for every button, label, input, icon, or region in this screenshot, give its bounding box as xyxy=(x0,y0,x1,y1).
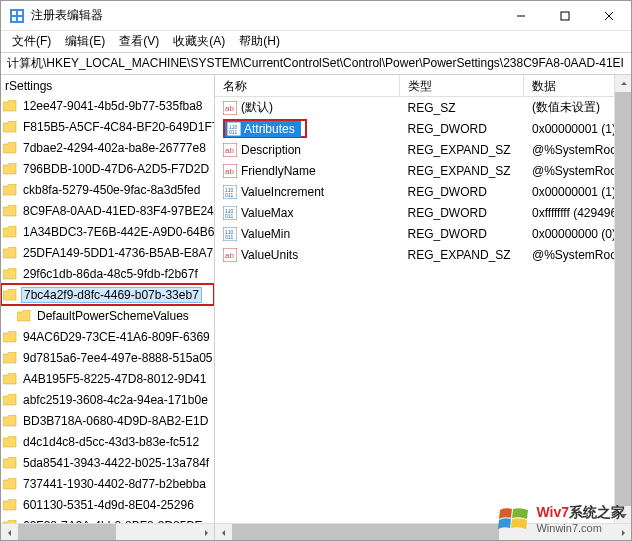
scroll-up-icon[interactable] xyxy=(615,75,631,92)
tree-header: rSettings xyxy=(1,75,214,95)
tree-item[interactable]: 5da8541-3943-4422-b025-13a784f xyxy=(1,452,214,473)
tree-item[interactable]: 737441-1930-4402-8d77-b2bebba xyxy=(1,473,214,494)
minimize-button[interactable] xyxy=(499,1,543,31)
column-type[interactable]: 类型 xyxy=(400,75,524,96)
svg-rect-2 xyxy=(18,11,22,15)
menubar: 文件(F) 编辑(E) 查看(V) 收藏夹(A) 帮助(H) xyxy=(1,31,631,53)
tree-item[interactable]: 601130-5351-4d9d-8E04-25296 xyxy=(1,494,214,515)
list-body[interactable]: ab(默认)REG_SZ(数值未设置)110011AttributesREG_D… xyxy=(215,97,631,265)
tree-item[interactable]: 25DFA149-5DD1-4736-B5AB-E8A7 xyxy=(1,242,214,263)
tree-item-label: 8C9FA8-0AAD-41ED-83F4-97BE24 xyxy=(21,204,214,218)
menu-favorites[interactable]: 收藏夹(A) xyxy=(166,31,232,52)
tree-item[interactable]: 8C9FA8-0AAD-41ED-83F4-97BE24 xyxy=(1,200,214,221)
list-row[interactable]: abDescriptionREG_EXPAND_SZ@%SystemRoot%\ xyxy=(215,139,631,160)
scroll-right-icon[interactable] xyxy=(197,524,214,540)
address-bar[interactable]: 计算机\HKEY_LOCAL_MACHINE\SYSTEM\CurrentCon… xyxy=(1,53,631,75)
tree[interactable]: 12ee47-9041-4b5d-9b77-535fba8F815B5-A5CF… xyxy=(1,95,214,540)
tree-item[interactable]: F815B5-A5CF-4C84-BF20-649D1F7 xyxy=(1,116,214,137)
value-type: REG_EXPAND_SZ xyxy=(400,164,524,178)
maximize-button[interactable] xyxy=(543,1,587,31)
svg-rect-1 xyxy=(12,11,16,15)
tree-item[interactable]: 12ee47-9041-4b5d-9b77-535fba8 xyxy=(1,95,214,116)
value-name: Attributes xyxy=(244,122,295,136)
menu-view[interactable]: 查看(V) xyxy=(112,31,166,52)
menu-edit[interactable]: 编辑(E) xyxy=(58,31,112,52)
scroll-left-icon[interactable] xyxy=(1,524,18,540)
list-row[interactable]: abValueUnitsREG_EXPAND_SZ@%SystemRoot%\ xyxy=(215,244,631,265)
list-scrollbar-vertical[interactable] xyxy=(614,75,631,523)
value-type: REG_DWORD xyxy=(400,185,524,199)
value-name: Description xyxy=(241,143,301,157)
svg-text:ab: ab xyxy=(225,146,234,155)
tree-scrollbar-horizontal[interactable] xyxy=(1,523,214,540)
tree-item[interactable]: 9d7815a6-7ee4-497e-8888-515a05 xyxy=(1,347,214,368)
scroll-left-icon[interactable] xyxy=(215,524,232,540)
tree-item-label: 796BDB-100D-47D6-A2D5-F7D2D xyxy=(21,162,211,176)
svg-marker-34 xyxy=(622,530,625,536)
tree-item[interactable]: d4c1d4c8-d5cc-43d3-b83e-fc512 xyxy=(1,431,214,452)
tree-item-label: 7bc4a2f9-d8fc-4469-b07b-33eb7 xyxy=(21,287,202,303)
menu-help[interactable]: 帮助(H) xyxy=(232,31,287,52)
tree-item-label: DefaultPowerSchemeValues xyxy=(35,309,191,323)
list-row[interactable]: abFriendlyNameREG_EXPAND_SZ@%SystemRoot%… xyxy=(215,160,631,181)
list-pane: 名称 类型 数据 ab(默认)REG_SZ(数值未设置)110011Attrib… xyxy=(215,75,631,540)
svg-marker-33 xyxy=(222,530,225,536)
tree-item-label: 737441-1930-4402-8d77-b2bebba xyxy=(21,477,208,491)
svg-text:011: 011 xyxy=(229,129,238,135)
value-type: REG_DWORD xyxy=(400,122,524,136)
tree-item[interactable]: 29f6c1db-86da-48c5-9fdb-f2b67f xyxy=(1,263,214,284)
list-header: 名称 类型 数据 xyxy=(215,75,631,97)
svg-marker-9 xyxy=(8,530,11,536)
value-name: ValueMin xyxy=(241,227,290,241)
value-name: FriendlyName xyxy=(241,164,316,178)
tree-item[interactable]: ckb8fa-5279-450e-9fac-8a3d5fed xyxy=(1,179,214,200)
tree-item-label: ckb8fa-5279-450e-9fac-8a3d5fed xyxy=(21,183,202,197)
tree-item[interactable]: 94AC6D29-73CE-41A6-809F-6369 xyxy=(1,326,214,347)
scroll-down-icon[interactable] xyxy=(615,506,631,523)
tree-item[interactable]: 796BDB-100D-47D6-A2D5-F7D2D xyxy=(1,158,214,179)
tree-item-label: 9d7815a6-7ee4-497e-8888-515a05 xyxy=(21,351,214,365)
tree-pane: rSettings 12ee47-9041-4b5d-9b77-535fba8F… xyxy=(1,75,215,540)
value-type: REG_SZ xyxy=(400,101,524,115)
svg-text:ab: ab xyxy=(225,167,234,176)
tree-item-label: BD3B718A-0680-4D9D-8AB2-E1D xyxy=(21,414,210,428)
svg-marker-10 xyxy=(205,530,208,536)
value-type: REG_EXPAND_SZ xyxy=(400,143,524,157)
list-scrollbar-horizontal[interactable] xyxy=(215,523,631,540)
tree-item[interactable]: A4B195F5-8225-47D8-8012-9D41 xyxy=(1,368,214,389)
tree-item[interactable]: DefaultPowerSchemeValues xyxy=(1,305,214,326)
scroll-right-icon[interactable] xyxy=(614,524,631,540)
titlebar: 注册表编辑器 xyxy=(1,1,631,31)
tree-item[interactable]: abfc2519-3608-4c2a-94ea-171b0e xyxy=(1,389,214,410)
list-row[interactable]: 110011ValueMaxREG_DWORD0xffffffff (42949… xyxy=(215,202,631,223)
svg-marker-32 xyxy=(621,514,627,517)
panes: rSettings 12ee47-9041-4b5d-9b77-535fba8F… xyxy=(1,75,631,540)
list-row[interactable]: ab(默认)REG_SZ(数值未设置) xyxy=(215,97,631,118)
svg-text:ab: ab xyxy=(225,251,234,260)
tree-item-label: 94AC6D29-73CE-41A6-809F-6369 xyxy=(21,330,212,344)
tree-item[interactable]: BD3B718A-0680-4D9D-8AB2-E1D xyxy=(1,410,214,431)
menu-file[interactable]: 文件(F) xyxy=(5,31,58,52)
value-type: REG_DWORD xyxy=(400,227,524,241)
svg-text:011: 011 xyxy=(225,234,234,240)
svg-rect-4 xyxy=(18,17,22,21)
column-name[interactable]: 名称 xyxy=(215,75,400,96)
list-row[interactable]: 110011ValueMinREG_DWORD0x00000000 (0) xyxy=(215,223,631,244)
svg-text:011: 011 xyxy=(225,213,234,219)
address-path: 计算机\HKEY_LOCAL_MACHINE\SYSTEM\CurrentCon… xyxy=(7,55,624,72)
tree-item-label: 29f6c1db-86da-48c5-9fdb-f2b67f xyxy=(21,267,200,281)
value-type: REG_EXPAND_SZ xyxy=(400,248,524,262)
tree-item[interactable]: 7bc4a2f9-d8fc-4469-b07b-33eb7 xyxy=(1,284,214,305)
tree-item-label: 1A34BDC3-7E6B-442E-A9D0-64B60 xyxy=(21,225,214,239)
value-name: ValueUnits xyxy=(241,248,298,262)
app-icon xyxy=(9,8,25,24)
close-button[interactable] xyxy=(587,1,631,31)
svg-text:011: 011 xyxy=(225,192,234,198)
list-row[interactable]: 110011AttributesREG_DWORD0x00000001 (1) xyxy=(215,118,631,139)
tree-item-label: 7dbae2-4294-402a-ba8e-26777e8 xyxy=(21,141,208,155)
tree-item-label: 25DFA149-5DD1-4736-B5AB-E8A7 xyxy=(21,246,214,260)
value-name: ValueMax xyxy=(241,206,293,220)
tree-item[interactable]: 1A34BDC3-7E6B-442E-A9D0-64B60 xyxy=(1,221,214,242)
list-row[interactable]: 110011ValueIncrementREG_DWORD0x00000001 … xyxy=(215,181,631,202)
tree-item[interactable]: 7dbae2-4294-402a-ba8e-26777e8 xyxy=(1,137,214,158)
